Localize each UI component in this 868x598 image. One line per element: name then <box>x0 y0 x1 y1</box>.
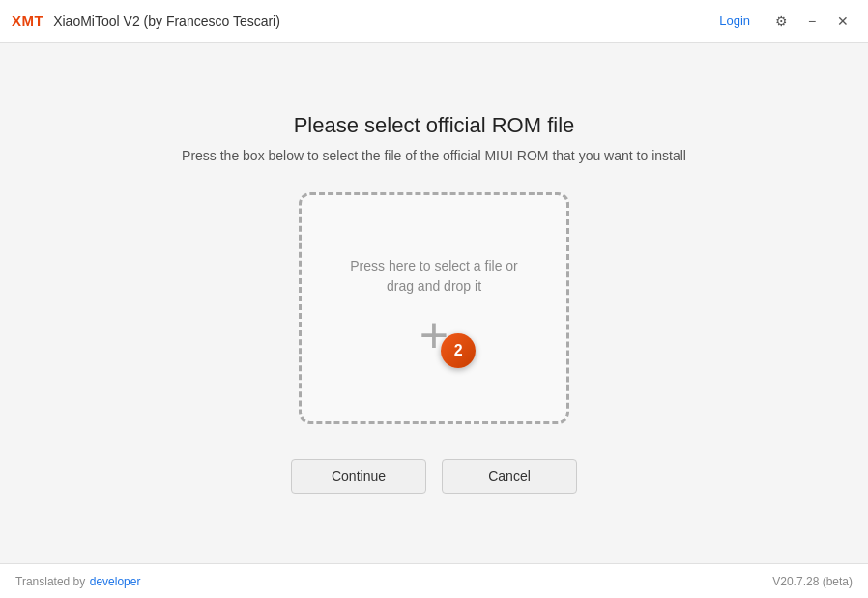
footer: Translated by developer V20.7.28 (beta) <box>0 563 868 598</box>
continue-button[interactable]: Continue <box>291 459 426 494</box>
drop-zone-text: Press here to select a file or drag and … <box>350 256 518 297</box>
login-button[interactable]: Login <box>713 10 756 32</box>
minimize-icon: − <box>808 14 816 29</box>
close-button[interactable]: ✕ <box>829 8 856 35</box>
app-title: XiaoMiTool V2 (by Francesco Tescari) <box>53 14 713 29</box>
file-drop-zone[interactable]: Press here to select a file or drag and … <box>299 192 569 424</box>
window-controls: Login ⚙ − ✕ <box>713 8 856 35</box>
translated-by-label: Translated by <box>15 575 85 588</box>
cancel-button[interactable]: Cancel <box>442 459 577 494</box>
minimize-button[interactable]: − <box>798 8 825 35</box>
file-count-badge: 2 <box>441 333 476 368</box>
gear-icon: ⚙ <box>775 14 788 29</box>
version-label: V20.7.28 (beta) <box>772 575 853 588</box>
action-buttons: Continue Cancel <box>291 459 577 494</box>
page-subtitle: Press the box below to select the file o… <box>182 148 686 163</box>
title-bar: XMT XiaoMiTool V2 (by Francesco Tescari)… <box>0 0 868 43</box>
settings-button[interactable]: ⚙ <box>767 8 795 35</box>
developer-link[interactable]: developer <box>90 575 141 588</box>
page-title: Please select official ROM file <box>294 113 575 138</box>
app-logo: XMT <box>12 13 43 29</box>
close-icon: ✕ <box>837 14 849 29</box>
main-content: Please select official ROM file Press th… <box>0 43 868 563</box>
